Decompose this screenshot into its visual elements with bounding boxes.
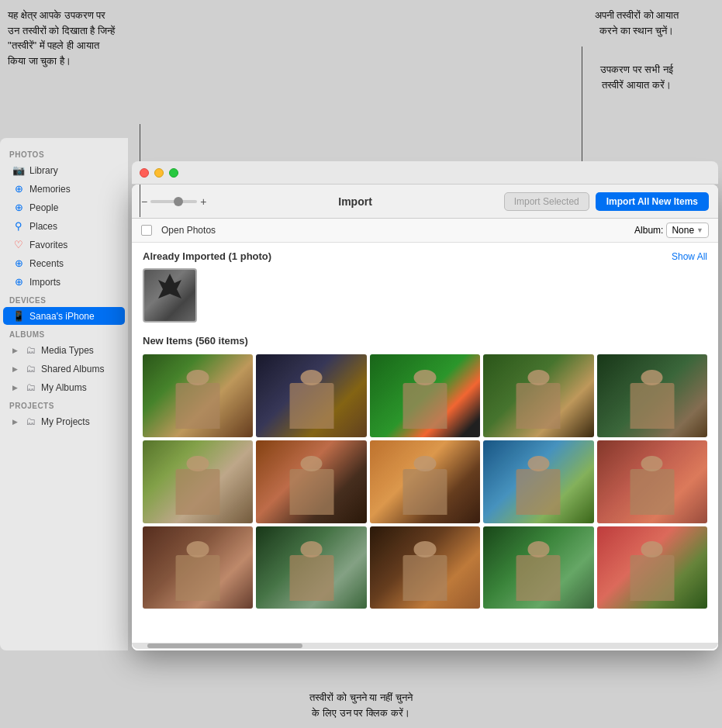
figure [630, 469, 674, 515]
sidebar-item-label: My Projects [41, 416, 90, 427]
bird-image [158, 274, 181, 305]
minimize-button[interactable] [154, 168, 164, 178]
annotation-top-right-2: उपकरण पर सभी नई तस्वीरें आयात करें। [559, 62, 714, 92]
photo-cell[interactable] [483, 526, 593, 609]
expand-icon: ▶ [12, 365, 18, 373]
sidebar-item-recents[interactable]: ⊕ Recents [3, 254, 125, 272]
sidebar-item-memories[interactable]: ⊕ Memories [3, 180, 125, 198]
photo-cell[interactable] [483, 440, 593, 523]
scrollbar-thumb[interactable] [147, 643, 302, 648]
memories-icon: ⊕ [12, 183, 25, 195]
photo-cell[interactable] [143, 526, 253, 609]
expand-icon: ▶ [12, 418, 18, 426]
figure [516, 383, 561, 429]
figure [403, 469, 447, 515]
open-photos-checkbox[interactable] [141, 225, 152, 236]
photo-cell[interactable] [143, 440, 253, 523]
photo-cell[interactable] [256, 440, 366, 523]
imported-row [143, 268, 707, 323]
sidebar-item-media-types[interactable]: ▶ 🗂 Media Types [3, 341, 125, 359]
sidebar-item-my-albums[interactable]: ▶ 🗂 My Albums [3, 378, 125, 396]
photo-cell[interactable] [597, 526, 707, 609]
sidebar-item-label: Sanaa's iPhone [29, 311, 95, 322]
album-label: Album: [634, 225, 663, 236]
window-titlebar [132, 161, 718, 185]
figure [289, 469, 333, 515]
figure [176, 469, 220, 515]
sidebar-item-people[interactable]: ⊕ People [3, 198, 125, 216]
photo-cell[interactable] [483, 354, 593, 437]
sidebar-section-photos: Photos [0, 146, 128, 160]
sidebar-item-iphone[interactable]: 📱 Sanaa's iPhone [3, 307, 125, 325]
already-imported-header: Already Imported (1 photo) Show All [143, 250, 707, 262]
figure [403, 383, 447, 429]
figure [630, 383, 674, 429]
sidebar-item-label: Memories [29, 184, 71, 195]
photo-grid [143, 354, 707, 609]
zoom-slider-thumb[interactable] [174, 197, 183, 206]
fullscreen-button[interactable] [169, 168, 178, 178]
toolbar-title: Import [338, 195, 372, 208]
sidebar-item-library[interactable]: 📷 Library [3, 161, 125, 179]
annotation-top-right-1: अपनी तस्वीरों को आयात करने का स्थान चुने… [559, 8, 714, 38]
expand-icon: ▶ [12, 347, 18, 354]
my-projects-icon: 🗂 [24, 416, 36, 427]
annotation-bottom: तस्वीरों को चुनने या नहीं चुनने के लिए उ… [309, 690, 412, 720]
sidebar-item-label: Favorites [29, 240, 67, 250]
album-dropdown[interactable]: None ▼ [666, 223, 709, 238]
annotation-top-left: यह क्षेत्र आपके उपकरण पर उन तस्वीरों को … [8, 8, 186, 68]
new-items-title: New Items (560 items) [143, 335, 707, 347]
zoom-controls: − + [141, 195, 206, 208]
sidebar-section-projects: Projects [0, 397, 128, 412]
sidebar-section-devices: Devices [0, 292, 128, 306]
iphone-icon: 📱 [12, 310, 25, 322]
photo-cell[interactable] [597, 440, 707, 523]
import-all-button[interactable]: Import All New Items [596, 192, 709, 211]
photo-cell[interactable] [143, 354, 253, 437]
already-imported-title: Already Imported (1 photo) [143, 250, 271, 262]
album-value: None [672, 225, 694, 236]
sidebar-section-albums: Albums [0, 326, 128, 340]
media-types-icon: 🗂 [24, 344, 36, 356]
photo-cell[interactable] [256, 354, 366, 437]
sidebar-item-label: Imports [29, 277, 60, 288]
show-all-link[interactable]: Show All [672, 251, 707, 262]
close-button[interactable] [140, 168, 149, 178]
people-icon: ⊕ [12, 202, 25, 213]
content-area: Already Imported (1 photo) Show All New … [132, 243, 718, 650]
places-icon: ⚲ [12, 220, 25, 232]
figure [176, 383, 220, 429]
sidebar-item-shared-albums[interactable]: ▶ 🗂 Shared Albums [3, 360, 125, 378]
imported-photo-thumb[interactable] [143, 268, 197, 323]
sidebar-item-label: Recents [29, 258, 64, 269]
photo-cell[interactable] [370, 440, 480, 523]
sidebar-item-imports[interactable]: ⊕ Imports [3, 273, 125, 291]
sidebar-item-my-projects[interactable]: ▶ 🗂 My Projects [3, 412, 125, 430]
photo-cell[interactable] [370, 354, 480, 437]
recents-icon: ⊕ [12, 257, 25, 269]
annotation-line-right [582, 47, 582, 163]
photo-cell[interactable] [256, 526, 366, 609]
zoom-in-button[interactable]: + [200, 195, 206, 208]
photo-cell[interactable] [370, 526, 480, 609]
sidebar-item-label: Media Types [41, 345, 94, 356]
imports-icon: ⊕ [12, 276, 25, 288]
my-albums-icon: 🗂 [24, 381, 36, 393]
main-window: − + Import Import Selected Import All Ne… [132, 185, 718, 650]
album-selector: Album: None ▼ [634, 223, 709, 238]
sidebar-item-places[interactable]: ⚲ Places [3, 217, 125, 235]
figure [630, 555, 674, 601]
photo-cell[interactable] [597, 354, 707, 437]
import-selected-button[interactable]: Import Selected [504, 192, 589, 211]
sidebar-item-favorites[interactable]: ♡ Favorites [3, 236, 125, 254]
sidebar-item-label: Places [29, 221, 57, 232]
figure [289, 555, 333, 601]
zoom-out-button[interactable]: − [141, 195, 147, 208]
options-bar: Open Photos Album: None ▼ [132, 219, 718, 243]
scrollbar[interactable] [132, 643, 718, 649]
open-photos-label: Open Photos [161, 225, 216, 236]
figure [403, 555, 447, 601]
figure [289, 383, 333, 429]
toolbar: − + Import Import Selected Import All Ne… [132, 185, 718, 219]
zoom-slider-track[interactable] [150, 200, 197, 203]
